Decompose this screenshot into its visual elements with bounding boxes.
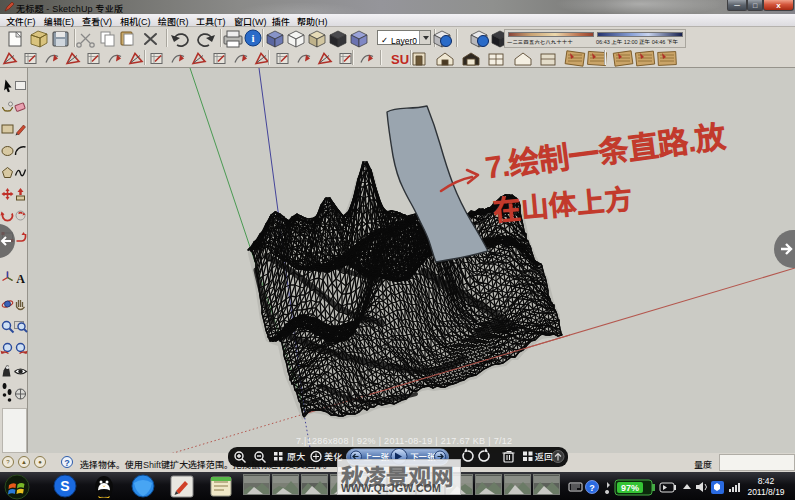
svg-text:i: i [251,32,254,44]
svg-text:原大: 原大 [287,450,305,463]
svg-text:返回: 返回 [535,450,553,463]
svg-text:S: S [60,475,69,495]
svg-text:A: A [16,272,25,286]
svg-text:?: ? [589,481,595,494]
svg-text:97%: 97% [621,481,639,494]
svg-text:SU: SU [391,52,409,67]
